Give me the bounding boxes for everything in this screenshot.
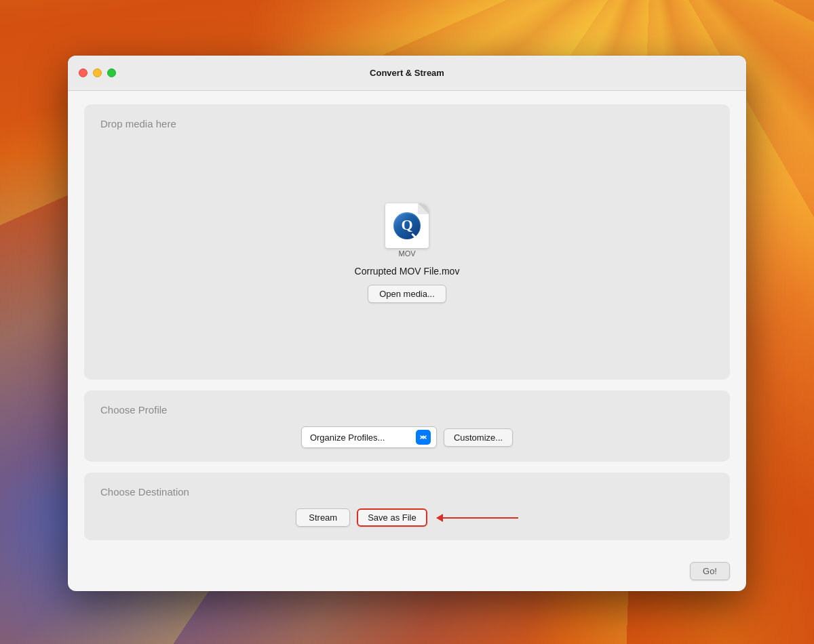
close-button[interactable] — [79, 68, 88, 77]
destination-controls: Stream Save as File — [100, 508, 714, 527]
stream-button[interactable]: Stream — [296, 508, 350, 527]
drop-media-section: Drop media here Q MOV Corrupted MOV File… — [84, 104, 730, 380]
window-content: Drop media here Q MOV Corrupted MOV File… — [68, 91, 746, 554]
titlebar: Convert & Stream — [68, 56, 746, 91]
profile-controls: Organize Profiles... Customize... — [100, 426, 714, 448]
save-as-file-button[interactable]: Save as File — [357, 508, 427, 527]
profile-dropdown[interactable]: Organize Profiles... — [301, 426, 437, 448]
drop-media-content: Q MOV Corrupted MOV File.mov Open media.… — [100, 140, 714, 366]
arrow-line-icon — [437, 517, 518, 519]
go-button[interactable]: Go! — [690, 562, 730, 580]
file-icon: Q MOV — [383, 203, 431, 258]
minimize-button[interactable] — [93, 68, 102, 77]
profile-dropdown-text: Organize Profiles... — [310, 432, 412, 443]
maximize-button[interactable] — [107, 68, 116, 77]
footer: Go! — [68, 554, 746, 591]
drop-media-label: Drop media here — [100, 118, 714, 129]
choose-destination-section: Choose Destination Stream Save as File — [84, 472, 730, 540]
file-name: Corrupted MOV File.mov — [355, 266, 460, 277]
traffic-lights — [79, 68, 116, 77]
choose-profile-section: Choose Profile Organize Profiles... Cust… — [84, 390, 730, 462]
dropdown-arrow-icon — [416, 430, 431, 445]
save-as-file-arrow — [437, 517, 518, 519]
open-media-button[interactable]: Open media... — [368, 285, 446, 303]
quicktime-q-letter: Q — [401, 218, 412, 233]
file-type-label: MOV — [398, 249, 415, 258]
choose-profile-label: Choose Profile — [100, 404, 714, 416]
choose-destination-label: Choose Destination — [100, 486, 714, 498]
customize-button[interactable]: Customize... — [444, 428, 513, 447]
file-icon-paper: Q — [385, 203, 429, 248]
quicktime-icon: Q — [393, 212, 421, 239]
window-title: Convert & Stream — [370, 68, 444, 78]
app-window: Convert & Stream Drop media here Q MOV C… — [68, 56, 746, 591]
